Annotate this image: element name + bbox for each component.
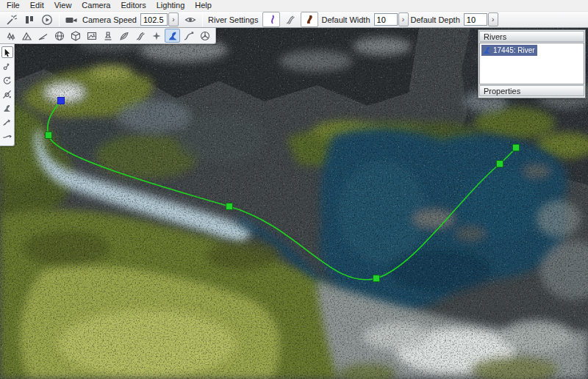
default-depth-label: Default Depth: [411, 15, 460, 24]
river-edit-tool-button[interactable]: [1, 102, 13, 114]
default-depth-spinner[interactable]: ›: [488, 12, 498, 26]
rivers-panel: Rivers 17445: River Properties: [478, 29, 586, 98]
spline-control-point-node[interactable]: [226, 203, 233, 210]
rivers-list[interactable]: 17445: River: [479, 43, 584, 84]
add-node-tool-button[interactable]: [1, 60, 13, 72]
smooth-node-tool-button[interactable]: [1, 130, 13, 142]
camera-speed-spinner[interactable]: ›: [168, 12, 179, 26]
menu-bar: File Edit View Camera Editors Lighting H…: [0, 0, 588, 11]
texture-image-icon: [86, 30, 98, 42]
navigation-wheel-tool-button[interactable]: [197, 29, 212, 43]
terrain-slope-tool-button[interactable]: [35, 29, 51, 43]
effects-wand-button[interactable]: [3, 12, 21, 27]
menu-edit[interactable]: Edit: [25, 0, 49, 11]
river-edit-icon: [2, 104, 12, 113]
rotate-node-tool-button[interactable]: [1, 74, 13, 86]
move-node-tool-button[interactable]: [1, 116, 13, 128]
foliage-feather-tool-button[interactable]: [116, 29, 132, 43]
road-icon: [135, 30, 146, 42]
globe-tool-button[interactable]: [51, 29, 67, 43]
menu-camera[interactable]: Camera: [76, 0, 115, 11]
toolbar-separator: [202, 13, 203, 26]
river-tool-icon: [167, 30, 179, 42]
spline-edit-toolbar: [0, 44, 15, 146]
rivers-panel-header[interactable]: Rivers: [479, 31, 584, 42]
river-spline-curve-button[interactable]: [262, 12, 280, 27]
cube-icon: [70, 30, 82, 42]
spline-control-point-start-node[interactable]: [58, 98, 65, 104]
river-3d-button[interactable]: [301, 12, 318, 27]
spline-control-point-node[interactable]: [373, 275, 380, 282]
slope-icon: [37, 30, 49, 42]
camera-speed-input[interactable]: [140, 13, 168, 26]
vegetation-tool-button[interactable]: [3, 29, 18, 43]
default-depth-input[interactable]: [464, 13, 487, 26]
rotate-node-icon: [2, 76, 12, 85]
road-curve-icon: [284, 14, 296, 26]
river-settings-label: River Settings: [208, 15, 258, 24]
river-item-icon: [482, 46, 492, 55]
3d-viewport[interactable]: Rivers 17445: River Properties: [0, 28, 588, 379]
mountain-icon: [21, 30, 33, 42]
visibility-button[interactable]: [182, 12, 199, 27]
menu-help[interactable]: Help: [190, 0, 217, 11]
spline-control-point-node[interactable]: [497, 161, 503, 167]
navigation-wheel-icon: [199, 30, 211, 42]
layout-columns-button[interactable]: [21, 12, 38, 27]
add-node-icon: [2, 62, 12, 71]
spline-control-point-node[interactable]: [46, 132, 52, 139]
smooth-node-icon: [2, 131, 12, 141]
stamp-tool-button[interactable]: [100, 29, 115, 43]
vegetation-icon: [5, 30, 17, 42]
menu-lighting[interactable]: Lighting: [151, 0, 190, 11]
eye-icon: [184, 14, 196, 26]
effects-wand-icon: [6, 14, 18, 26]
select-tool-button[interactable]: [1, 46, 13, 58]
delete-node-tool-button[interactable]: [1, 88, 13, 100]
spline-curve-icon: [265, 14, 277, 26]
camera-icon: [65, 14, 78, 26]
camera-speed-label: Camera Speed: [82, 15, 137, 24]
select-cursor-icon: [2, 48, 12, 57]
river-list-item[interactable]: 17445: River: [481, 45, 537, 56]
properties-panel-title: Properties: [484, 87, 520, 95]
road-tool-button[interactable]: [132, 29, 148, 43]
menu-editors[interactable]: Editors: [115, 0, 151, 11]
rivers-panel-title: Rivers: [484, 32, 506, 41]
decal-star-icon: [151, 30, 162, 42]
river-3d-icon: [304, 14, 315, 26]
menu-file[interactable]: File: [1, 0, 25, 11]
play-icon: [41, 14, 53, 26]
globe-icon: [54, 30, 65, 42]
editor-tools-toolbar: [0, 28, 216, 44]
spline-path-tool-button[interactable]: [181, 29, 196, 43]
stamp-icon: [102, 30, 114, 42]
terrain-mountain-tool-button[interactable]: [19, 29, 35, 43]
menu-view[interactable]: View: [49, 0, 77, 11]
river-item-label: 17445: River: [493, 46, 535, 54]
default-width-spinner[interactable]: ›: [398, 12, 409, 26]
default-width-input[interactable]: [374, 13, 398, 26]
layout-columns-icon: [24, 14, 35, 26]
camera-button[interactable]: [62, 12, 80, 27]
decal-star-tool-button[interactable]: [148, 29, 164, 43]
texture-image-tool-button[interactable]: [84, 29, 99, 43]
object-cube-tool-button[interactable]: [68, 29, 83, 43]
spline-path-icon: [183, 30, 195, 42]
delete-node-icon: [2, 90, 12, 99]
spline-control-point-node[interactable]: [513, 145, 520, 151]
move-node-icon: [2, 118, 12, 127]
main-toolbar: Camera Speed › River Settings Default Wi…: [0, 11, 588, 28]
river-road-curve-button[interactable]: [282, 12, 299, 27]
river-tool-button[interactable]: [165, 29, 180, 43]
play-button[interactable]: [38, 12, 56, 27]
feather-icon: [118, 30, 130, 42]
toolbar-separator: [59, 13, 60, 26]
properties-panel-header[interactable]: Properties: [479, 85, 584, 96]
default-width-label: Default Width: [321, 15, 370, 24]
